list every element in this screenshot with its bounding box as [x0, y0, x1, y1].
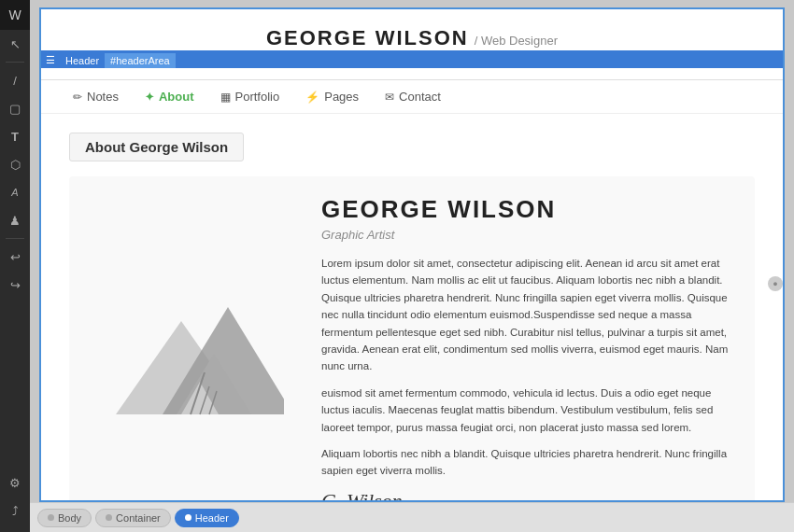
bottom-tag-header[interactable]: Header: [175, 509, 239, 527]
portfolio-icon: ▦: [220, 91, 231, 104]
square-icon[interactable]: ▢: [0, 94, 30, 122]
body-dot: [48, 514, 54, 521]
about-body-3: Aliquam lobortis nec nibh a blandit. Qui…: [321, 445, 736, 480]
header-tag-bar: ☰ Header #headerArea: [41, 50, 783, 68]
contact-icon: ✉: [385, 91, 394, 104]
header-dot: [185, 514, 191, 521]
about-icon: ✦: [145, 91, 154, 104]
box-icon[interactable]: ⬡: [0, 150, 30, 178]
pages-icon: ⚡: [305, 91, 319, 104]
scroll-indicator[interactable]: ●: [768, 276, 783, 291]
container-dot: [106, 514, 112, 521]
about-title: Graphic Artist: [321, 228, 736, 242]
site-header: GEORGE WILSON/ Web Designer ☰ Header #he…: [41, 9, 783, 80]
nav-label-contact: Contact: [399, 90, 441, 104]
nav-item-about[interactable]: ✦ About: [132, 80, 207, 113]
bottom-tag-body-label: Body: [58, 512, 81, 524]
sidebar: W ↖ / ▢ T ⬡ A ♟ ↩ ↪ ⚙ ⤴: [0, 0, 30, 532]
nav-item-pages[interactable]: ⚡ Pages: [292, 80, 372, 113]
main-area: GEORGE WILSON/ Web Designer ☰ Header #he…: [30, 0, 794, 532]
figure-icon[interactable]: ♟: [0, 206, 30, 234]
mountain-illustration: [88, 195, 293, 500]
settings-icon[interactable]: ⚙: [0, 469, 30, 497]
nav-label-notes: Notes: [87, 90, 119, 104]
site-title: GEORGE WILSON: [266, 26, 469, 49]
editor-area: GEORGE WILSON/ Web Designer ☰ Header #he…: [30, 0, 794, 502]
undo-icon[interactable]: ↩: [0, 243, 30, 271]
sidebar-logo: W: [0, 0, 30, 30]
site-subtitle: / Web Designer: [475, 34, 558, 48]
bottom-tag-container-label: Container: [116, 512, 161, 524]
nav-item-notes[interactable]: ✏ Notes: [60, 80, 132, 113]
about-body-1: Lorem ipsum dolor sit amet, consectetur …: [321, 255, 736, 375]
site-nav: ✏ Notes ✦ About ▦ Portfolio ⚡ Pages ✉: [41, 80, 783, 114]
share-icon[interactable]: ⤴: [0, 497, 30, 525]
header-tag-id[interactable]: #headerArea: [105, 53, 176, 68]
nav-item-contact[interactable]: ✉ Contact: [372, 80, 454, 113]
sidebar-divider: [6, 62, 24, 63]
about-body-2: euismod sit amet fermentum commodo, vehi…: [321, 385, 736, 436]
nav-label-portfolio: Portfolio: [235, 90, 280, 104]
preview-frame: GEORGE WILSON/ Web Designer ☰ Header #he…: [39, 7, 785, 502]
header-tag-label[interactable]: Header: [60, 53, 105, 68]
mountain-svg: [97, 279, 284, 428]
site-content: About George Wilson: [41, 114, 783, 500]
nav-label-about: About: [159, 90, 194, 104]
nav-item-portfolio[interactable]: ▦ Portfolio: [207, 80, 293, 113]
about-section: GEORGE WILSON Graphic Artist Lorem ipsum…: [69, 176, 755, 500]
redo-icon[interactable]: ↪: [0, 271, 30, 299]
hamburger-icon[interactable]: ☰: [41, 52, 60, 68]
slash-icon[interactable]: /: [0, 66, 30, 94]
letter-icon[interactable]: A: [0, 178, 30, 206]
notes-icon: ✏: [73, 91, 82, 104]
bottom-tag-body[interactable]: Body: [37, 509, 92, 527]
about-signature: G. Wilson: [321, 489, 736, 500]
about-text: GEORGE WILSON Graphic Artist Lorem ipsum…: [321, 195, 736, 500]
bottom-tag-container[interactable]: Container: [95, 509, 171, 527]
bottom-bar: Body Container Header: [30, 502, 794, 532]
text-icon[interactable]: T: [0, 122, 30, 150]
sidebar-divider2: [6, 238, 24, 239]
about-name: GEORGE WILSON: [321, 195, 736, 224]
cursor-icon[interactable]: ↖: [0, 30, 30, 58]
bottom-tag-header-label: Header: [195, 512, 229, 524]
section-heading: About George Wilson: [69, 133, 244, 161]
nav-label-pages: Pages: [324, 90, 359, 104]
